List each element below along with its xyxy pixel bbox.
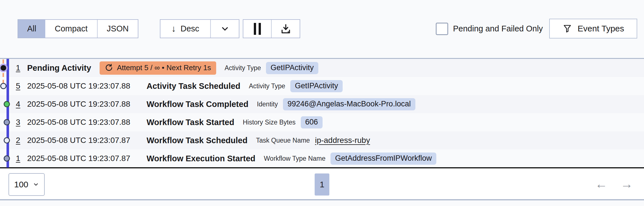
retry-icon xyxy=(105,63,113,72)
funnel-icon xyxy=(562,23,572,34)
attribute-label: History Size Bytes xyxy=(243,119,296,126)
timeline-dot-started xyxy=(4,155,10,162)
sort-label: Desc xyxy=(181,24,199,33)
download-history-button[interactable] xyxy=(272,20,300,38)
previous-page-button[interactable]: ← xyxy=(591,168,611,199)
event-time: 2025-05-08 UTC 19:23:07.87 xyxy=(27,154,137,163)
timeline-dot-scheduled xyxy=(4,137,10,143)
chevron-down-icon xyxy=(33,181,39,188)
event-row[interactable]: 5 2025-05-08 UTC 19:23:07.88 Activity Ta… xyxy=(0,77,644,95)
attribute-label: Identity xyxy=(257,100,278,108)
tab-json[interactable]: JSON xyxy=(98,20,138,38)
event-id-link[interactable]: 3 xyxy=(16,118,23,127)
event-time: 2025-05-08 UTC 19:23:07.88 xyxy=(27,81,137,91)
tab-compact[interactable]: Compact xyxy=(45,20,98,38)
tab-all[interactable]: All xyxy=(18,20,45,38)
event-name: Activity Task Scheduled xyxy=(147,81,240,91)
attribute-label: Task Queue Name xyxy=(256,137,310,144)
arrow-down-icon: ↓ xyxy=(171,23,176,34)
event-name: Pending Activity xyxy=(27,63,91,73)
attribute-label: Activity Type xyxy=(249,82,285,90)
event-row[interactable]: 1 2025-05-08 UTC 19:23:07.87 Workflow Ex… xyxy=(0,149,644,168)
timeline-dot-completed xyxy=(4,101,10,107)
sort-desc-button[interactable]: ↓ Desc xyxy=(160,20,211,38)
pagination-bar: 100 1 ← → xyxy=(0,168,644,199)
retry-attempt-text: Attempt 5 / ∞ • Next Retry 1s xyxy=(117,63,211,72)
event-name: Workflow Task Completed xyxy=(147,100,248,109)
event-id-link[interactable]: 5 xyxy=(16,81,23,91)
attribute-value-badge: GetIPActivity xyxy=(266,62,318,74)
event-row[interactable]: 3 2025-05-08 UTC 19:23:07.88 Workflow Ta… xyxy=(0,113,644,131)
event-types-filter-button[interactable]: Event Types xyxy=(549,19,637,38)
event-id-link[interactable]: 4 xyxy=(16,100,23,109)
page-number-button[interactable]: 1 xyxy=(315,173,329,196)
stream-actions-group xyxy=(243,19,300,38)
timeline-dot-scheduled xyxy=(0,83,7,89)
event-types-label: Event Types xyxy=(578,24,624,33)
event-row[interactable]: 2 2025-05-08 UTC 19:23:07.87 Workflow Ta… xyxy=(0,131,644,149)
attribute-label: Workflow Type Name xyxy=(264,155,326,162)
timeline-dot-pending xyxy=(1,65,6,71)
event-time: 2025-05-08 UTC 19:23:07.87 xyxy=(27,136,137,145)
event-id-link[interactable]: 2 xyxy=(16,136,23,145)
event-name: Workflow Task Scheduled xyxy=(147,136,248,145)
pending-failed-label: Pending and Failed Only xyxy=(453,19,543,38)
pause-button[interactable] xyxy=(243,20,272,38)
event-name: Workflow Execution Started xyxy=(147,154,256,163)
page-size-select[interactable]: 100 xyxy=(8,173,45,196)
task-queue-link[interactable]: ip-address-ruby xyxy=(315,136,370,145)
retry-attempt-badge: Attempt 5 / ∞ • Next Retry 1s xyxy=(100,61,216,75)
event-history-panel: All Compact JSON ↓ Desc xyxy=(0,0,644,206)
pause-icon xyxy=(254,23,261,35)
chevron-down-icon xyxy=(220,24,230,34)
sort-options-dropdown[interactable] xyxy=(211,20,239,38)
event-history-list: 1 Pending Activity Attempt 5 / ∞ • Next … xyxy=(0,59,644,168)
attribute-label: Activity Type xyxy=(225,64,261,72)
next-page-button[interactable]: → xyxy=(617,168,637,199)
sort-order-group: ↓ Desc xyxy=(160,19,239,38)
event-id-link[interactable]: 1 xyxy=(16,154,23,163)
attribute-value-badge: GetIPActivity xyxy=(290,80,343,92)
timeline-dot-started xyxy=(4,119,10,125)
page-size-value: 100 xyxy=(14,180,28,189)
timeline-line xyxy=(7,59,9,168)
pending-failed-checkbox[interactable] xyxy=(436,23,448,35)
event-id-link[interactable]: 1 xyxy=(16,63,23,72)
attribute-value-badge: GetAddressFromIPWorkflow xyxy=(330,153,436,165)
attribute-value-badge: 99246@Angelas-MacBook-Pro.local xyxy=(283,98,415,110)
event-name: Workflow Task Started xyxy=(147,118,234,127)
view-mode-tabs: All Compact JSON xyxy=(18,19,138,38)
event-row-pending-activity[interactable]: 1 Pending Activity Attempt 5 / ∞ • Next … xyxy=(0,59,644,77)
attribute-value-badge: 606 xyxy=(301,116,323,128)
download-icon xyxy=(280,23,292,35)
event-time: 2025-05-08 UTC 19:23:07.88 xyxy=(27,118,137,127)
page-background-strip xyxy=(0,200,644,206)
event-time: 2025-05-08 UTC 19:23:07.88 xyxy=(27,100,137,109)
event-row[interactable]: 4 2025-05-08 UTC 19:23:07.88 Workflow Ta… xyxy=(0,95,644,113)
